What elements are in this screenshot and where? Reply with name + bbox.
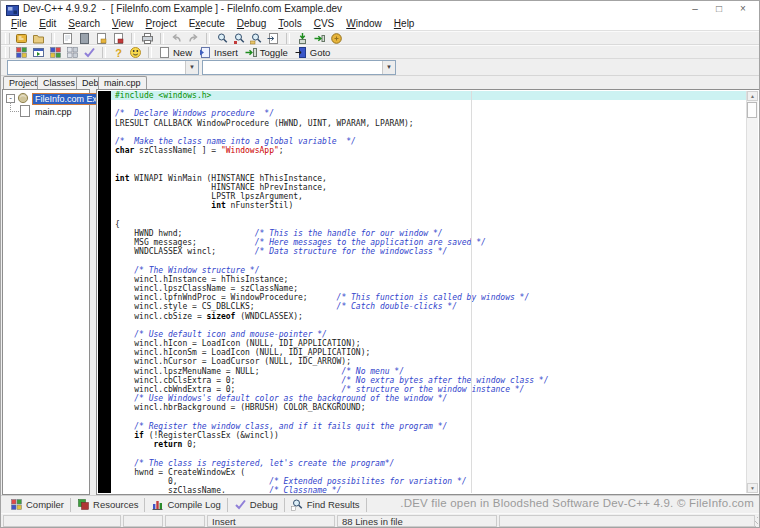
menu-project[interactable]: Project — [140, 18, 183, 30]
goto-bookmark-button[interactable]: Goto — [294, 46, 335, 59]
code-line[interactable]: LPSTR lpszArgument, — [111, 192, 746, 201]
classes-combo[interactable]: ▼ — [7, 60, 199, 75]
code-line[interactable]: return 0; — [111, 440, 746, 449]
code-line[interactable] — [111, 321, 746, 330]
compile-button[interactable] — [14, 46, 29, 59]
tab-main-cpp[interactable]: main.cpp — [98, 76, 147, 89]
close-file-button[interactable] — [94, 32, 109, 45]
code-line[interactable]: wincl.hIconSm = LoadIcon (NULL, IDI_APPL… — [111, 348, 746, 357]
scroll-down-icon[interactable]: ▼ — [747, 483, 758, 493]
code-line[interactable]: 0, /* Extended possibilites for variatio… — [111, 477, 746, 486]
code-line[interactable]: MSG messages; /* Here messages to the ap… — [111, 238, 746, 247]
code-line[interactable]: wincl.hIcon = LoadIcon (NULL, IDI_APPLIC… — [111, 339, 746, 348]
tree-row-main-cpp[interactable]: main.cpp — [20, 105, 72, 118]
vertical-scrollbar[interactable]: ▲ ▼ — [746, 91, 758, 493]
code-line[interactable]: wincl.lpszClassName = szClassName; — [111, 284, 746, 293]
new-bookmark-button[interactable]: New — [157, 46, 196, 59]
remove-from-project-button[interactable] — [312, 32, 327, 45]
code-line[interactable]: int nFunsterStil) — [111, 201, 746, 210]
toggle-bookmark-button[interactable]: Toggle — [244, 46, 292, 59]
code-line[interactable]: #include <windows.h> — [111, 91, 746, 100]
bottom-tab-find-results[interactable]: Find Results — [285, 498, 367, 512]
project-options-button[interactable] — [329, 32, 344, 45]
toolbar-grip[interactable] — [5, 47, 10, 58]
menu-debug[interactable]: Debug — [231, 18, 272, 30]
code-line[interactable]: int WINAPI WinMain (HINSTANCE hThisInsta… — [111, 174, 746, 183]
code-area[interactable]: #include <windows.h> /* Declare Windows … — [111, 91, 746, 493]
menu-edit[interactable]: Edit — [33, 18, 62, 30]
add-to-project-button[interactable] — [295, 32, 310, 45]
menu-view[interactable]: View — [106, 18, 140, 30]
code-line[interactable]: wincl.hCursor = LoadCursor (NULL, IDC_AR… — [111, 357, 746, 366]
code-line[interactable]: wincl.style = CS_DBLCLKS; /* Catch doubl… — [111, 302, 746, 311]
menu-file[interactable]: File — [5, 18, 33, 30]
chevron-down-icon[interactable]: ▼ — [185, 61, 198, 74]
maximize-button[interactable]: □ — [707, 1, 731, 18]
bottom-tab-resources[interactable]: Resources — [71, 498, 145, 512]
close-all-button[interactable] — [111, 32, 126, 45]
menu-cvs[interactable]: CVS — [308, 18, 341, 30]
insert-bookmark-button[interactable]: Insert — [198, 46, 242, 59]
debug-button[interactable] — [82, 46, 97, 59]
chevron-down-icon[interactable]: ▼ — [382, 61, 395, 74]
code-line[interactable]: /* Use Windows's default color as the ba… — [111, 394, 746, 403]
replace-button[interactable] — [232, 32, 247, 45]
code-line[interactable] — [111, 155, 746, 164]
code-line[interactable]: /* Register the window class, and if it … — [111, 422, 746, 431]
save-all-button[interactable] — [77, 32, 92, 45]
goto-line-button[interactable] — [266, 32, 281, 45]
code-line[interactable] — [111, 128, 746, 137]
code-line[interactable]: szClassName, /* Classname */ — [111, 486, 746, 493]
menu-execute[interactable]: Execute — [183, 18, 231, 30]
new-project-button[interactable] — [14, 32, 29, 45]
code-line[interactable]: { — [111, 220, 746, 229]
code-line[interactable] — [111, 210, 746, 219]
close-button[interactable]: × — [731, 1, 755, 18]
code-line[interactable]: wincl.lpszMenuName = NULL; /* No menu */ — [111, 367, 746, 376]
code-line[interactable]: wincl.cbClsExtra = 0; /* No extra bytes … — [111, 376, 746, 385]
open-project-button[interactable] — [31, 32, 46, 45]
minimize-button[interactable]: – — [683, 1, 707, 18]
undo-button[interactable] — [169, 32, 184, 45]
find-in-files-button[interactable] — [249, 32, 264, 45]
scroll-up-icon[interactable]: ▲ — [747, 91, 758, 101]
menu-tools[interactable]: Tools — [272, 18, 307, 30]
code-line[interactable] — [111, 413, 746, 422]
code-line[interactable]: HINSTANCE hPrevInstance, — [111, 183, 746, 192]
bottom-tab-compiler[interactable]: Compiler — [4, 498, 71, 512]
code-line[interactable]: HWND hwnd; /* This is the handle for our… — [111, 229, 746, 238]
scrollbar-thumb[interactable] — [747, 102, 757, 118]
help-button[interactable]: ? — [111, 46, 126, 59]
rebuild-all-button[interactable] — [65, 46, 80, 59]
toolbar-grip[interactable] — [5, 33, 10, 44]
editor-gutter[interactable] — [98, 91, 111, 493]
bottom-tab-compile-log[interactable]: Compile Log — [145, 498, 227, 512]
menu-search[interactable]: Search — [62, 18, 106, 30]
code-line[interactable]: /* The class is registered, let's create… — [111, 459, 746, 468]
code-line[interactable]: /* The Window structure */ — [111, 266, 746, 275]
code-line[interactable]: if (!RegisterClassEx (&wincl)) — [111, 431, 746, 440]
menu-window[interactable]: Window — [340, 18, 388, 30]
tab-classes[interactable]: Classes — [37, 76, 81, 89]
code-line[interactable]: wincl.cbSize = sizeof (WNDCLASSEX); — [111, 312, 746, 321]
code-line[interactable] — [111, 256, 746, 265]
code-line[interactable]: wincl.cbWndExtra = 0; /* structure or th… — [111, 385, 746, 394]
code-line[interactable]: char szClassName[ ] = "WindowsApp"; — [111, 146, 746, 155]
print-button[interactable] — [140, 32, 155, 45]
save-file-button[interactable] — [60, 32, 75, 45]
bottom-tab-debug[interactable]: Debug — [228, 498, 285, 512]
code-line[interactable] — [111, 100, 746, 109]
members-combo[interactable]: ▼ — [202, 60, 396, 75]
code-line[interactable]: /* Make the class name into a global var… — [111, 137, 746, 146]
about-button[interactable] — [128, 46, 143, 59]
run-button[interactable] — [31, 46, 46, 59]
code-line[interactable]: WNDCLASSEX wincl; /* Data structure for … — [111, 247, 746, 256]
code-line[interactable]: /* Use default icon and mouse-pointer */ — [111, 330, 746, 339]
code-line[interactable]: hwnd = CreateWindowEx ( — [111, 468, 746, 477]
menu-help[interactable]: Help — [388, 18, 421, 30]
code-line[interactable] — [111, 165, 746, 174]
code-line[interactable] — [111, 449, 746, 458]
find-button[interactable] — [215, 32, 230, 45]
redo-button[interactable] — [186, 32, 201, 45]
code-line[interactable]: /* Declare Windows procedure */ — [111, 109, 746, 118]
